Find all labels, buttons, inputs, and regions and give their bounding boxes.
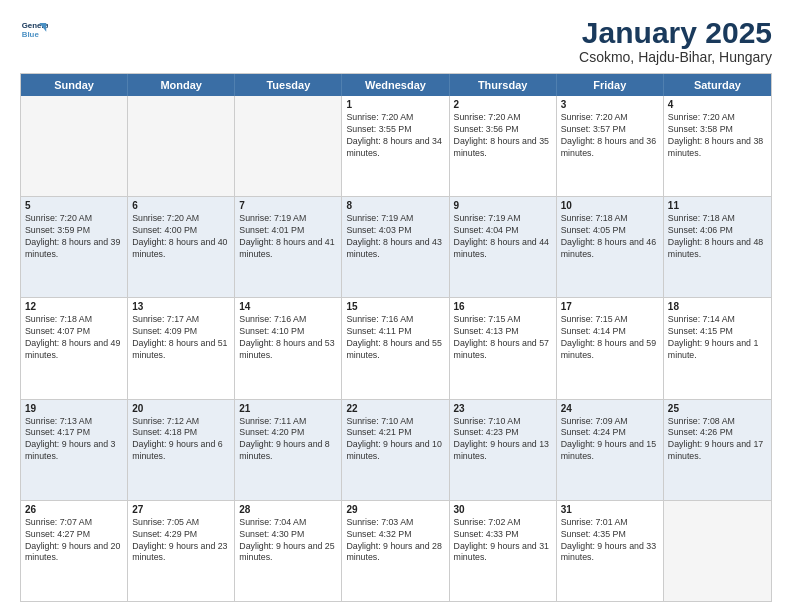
- day-cell-17: 17Sunrise: 7:15 AMSunset: 4:14 PMDayligh…: [557, 298, 664, 398]
- header: General Blue January 2025 Csokmo, Hajdu-…: [20, 16, 772, 65]
- day-cell-16: 16Sunrise: 7:15 AMSunset: 4:13 PMDayligh…: [450, 298, 557, 398]
- day-number: 27: [132, 504, 230, 515]
- day-info: Sunrise: 7:03 AMSunset: 4:32 PMDaylight:…: [346, 517, 444, 565]
- day-info: Sunrise: 7:18 AMSunset: 4:07 PMDaylight:…: [25, 314, 123, 362]
- day-cell-15: 15Sunrise: 7:16 AMSunset: 4:11 PMDayligh…: [342, 298, 449, 398]
- day-number: 5: [25, 200, 123, 211]
- day-number: 21: [239, 403, 337, 414]
- day-info: Sunrise: 7:19 AMSunset: 4:03 PMDaylight:…: [346, 213, 444, 261]
- day-info: Sunrise: 7:17 AMSunset: 4:09 PMDaylight:…: [132, 314, 230, 362]
- day-number: 14: [239, 301, 337, 312]
- week-row-2: 5Sunrise: 7:20 AMSunset: 3:59 PMDaylight…: [21, 196, 771, 297]
- month-title: January 2025: [579, 16, 772, 49]
- calendar-body: 1Sunrise: 7:20 AMSunset: 3:55 PMDaylight…: [21, 96, 771, 601]
- day-info: Sunrise: 7:20 AMSunset: 4:00 PMDaylight:…: [132, 213, 230, 261]
- week-row-3: 12Sunrise: 7:18 AMSunset: 4:07 PMDayligh…: [21, 297, 771, 398]
- day-cell-11: 11Sunrise: 7:18 AMSunset: 4:06 PMDayligh…: [664, 197, 771, 297]
- day-info: Sunrise: 7:20 AMSunset: 3:59 PMDaylight:…: [25, 213, 123, 261]
- svg-text:Blue: Blue: [22, 30, 40, 39]
- day-cell-1: 1Sunrise: 7:20 AMSunset: 3:55 PMDaylight…: [342, 96, 449, 196]
- location-title: Csokmo, Hajdu-Bihar, Hungary: [579, 49, 772, 65]
- day-cell-6: 6Sunrise: 7:20 AMSunset: 4:00 PMDaylight…: [128, 197, 235, 297]
- day-cell-25: 25Sunrise: 7:08 AMSunset: 4:26 PMDayligh…: [664, 400, 771, 500]
- day-cell-12: 12Sunrise: 7:18 AMSunset: 4:07 PMDayligh…: [21, 298, 128, 398]
- day-info: Sunrise: 7:01 AMSunset: 4:35 PMDaylight:…: [561, 517, 659, 565]
- logo-icon: General Blue: [20, 16, 48, 44]
- day-info: Sunrise: 7:04 AMSunset: 4:30 PMDaylight:…: [239, 517, 337, 565]
- day-cell-27: 27Sunrise: 7:05 AMSunset: 4:29 PMDayligh…: [128, 501, 235, 601]
- day-info: Sunrise: 7:20 AMSunset: 3:55 PMDaylight:…: [346, 112, 444, 160]
- day-number: 3: [561, 99, 659, 110]
- week-row-4: 19Sunrise: 7:13 AMSunset: 4:17 PMDayligh…: [21, 399, 771, 500]
- day-cell-21: 21Sunrise: 7:11 AMSunset: 4:20 PMDayligh…: [235, 400, 342, 500]
- day-number: 28: [239, 504, 337, 515]
- day-number: 10: [561, 200, 659, 211]
- day-cell-19: 19Sunrise: 7:13 AMSunset: 4:17 PMDayligh…: [21, 400, 128, 500]
- day-number: 11: [668, 200, 767, 211]
- day-cell-8: 8Sunrise: 7:19 AMSunset: 4:03 PMDaylight…: [342, 197, 449, 297]
- day-cell-13: 13Sunrise: 7:17 AMSunset: 4:09 PMDayligh…: [128, 298, 235, 398]
- day-number: 26: [25, 504, 123, 515]
- day-cell-31: 31Sunrise: 7:01 AMSunset: 4:35 PMDayligh…: [557, 501, 664, 601]
- day-number: 22: [346, 403, 444, 414]
- day-number: 19: [25, 403, 123, 414]
- day-number: 1: [346, 99, 444, 110]
- calendar: SundayMondayTuesdayWednesdayThursdayFrid…: [20, 73, 772, 602]
- day-info: Sunrise: 7:19 AMSunset: 4:04 PMDaylight:…: [454, 213, 552, 261]
- day-number: 7: [239, 200, 337, 211]
- day-cell-5: 5Sunrise: 7:20 AMSunset: 3:59 PMDaylight…: [21, 197, 128, 297]
- day-number: 2: [454, 99, 552, 110]
- day-cell-20: 20Sunrise: 7:12 AMSunset: 4:18 PMDayligh…: [128, 400, 235, 500]
- header-day-thursday: Thursday: [450, 74, 557, 96]
- day-cell-3: 3Sunrise: 7:20 AMSunset: 3:57 PMDaylight…: [557, 96, 664, 196]
- day-info: Sunrise: 7:12 AMSunset: 4:18 PMDaylight:…: [132, 416, 230, 464]
- day-info: Sunrise: 7:07 AMSunset: 4:27 PMDaylight:…: [25, 517, 123, 565]
- day-info: Sunrise: 7:20 AMSunset: 3:56 PMDaylight:…: [454, 112, 552, 160]
- day-number: 30: [454, 504, 552, 515]
- day-cell-9: 9Sunrise: 7:19 AMSunset: 4:04 PMDaylight…: [450, 197, 557, 297]
- day-info: Sunrise: 7:08 AMSunset: 4:26 PMDaylight:…: [668, 416, 767, 464]
- week-row-1: 1Sunrise: 7:20 AMSunset: 3:55 PMDaylight…: [21, 96, 771, 196]
- header-day-saturday: Saturday: [664, 74, 771, 96]
- day-cell-24: 24Sunrise: 7:09 AMSunset: 4:24 PMDayligh…: [557, 400, 664, 500]
- day-cell-14: 14Sunrise: 7:16 AMSunset: 4:10 PMDayligh…: [235, 298, 342, 398]
- empty-cell: [664, 501, 771, 601]
- day-cell-2: 2Sunrise: 7:20 AMSunset: 3:56 PMDaylight…: [450, 96, 557, 196]
- day-cell-28: 28Sunrise: 7:04 AMSunset: 4:30 PMDayligh…: [235, 501, 342, 601]
- day-number: 13: [132, 301, 230, 312]
- week-row-5: 26Sunrise: 7:07 AMSunset: 4:27 PMDayligh…: [21, 500, 771, 601]
- day-cell-30: 30Sunrise: 7:02 AMSunset: 4:33 PMDayligh…: [450, 501, 557, 601]
- day-number: 4: [668, 99, 767, 110]
- logo: General Blue: [20, 16, 48, 44]
- day-cell-26: 26Sunrise: 7:07 AMSunset: 4:27 PMDayligh…: [21, 501, 128, 601]
- day-number: 20: [132, 403, 230, 414]
- day-number: 31: [561, 504, 659, 515]
- day-number: 17: [561, 301, 659, 312]
- day-number: 12: [25, 301, 123, 312]
- day-info: Sunrise: 7:15 AMSunset: 4:14 PMDaylight:…: [561, 314, 659, 362]
- day-number: 29: [346, 504, 444, 515]
- day-info: Sunrise: 7:16 AMSunset: 4:10 PMDaylight:…: [239, 314, 337, 362]
- page: General Blue January 2025 Csokmo, Hajdu-…: [0, 0, 792, 612]
- day-info: Sunrise: 7:20 AMSunset: 3:58 PMDaylight:…: [668, 112, 767, 160]
- empty-cell: [235, 96, 342, 196]
- day-info: Sunrise: 7:10 AMSunset: 4:21 PMDaylight:…: [346, 416, 444, 464]
- day-number: 15: [346, 301, 444, 312]
- day-cell-23: 23Sunrise: 7:10 AMSunset: 4:23 PMDayligh…: [450, 400, 557, 500]
- day-info: Sunrise: 7:05 AMSunset: 4:29 PMDaylight:…: [132, 517, 230, 565]
- day-info: Sunrise: 7:10 AMSunset: 4:23 PMDaylight:…: [454, 416, 552, 464]
- calendar-header: SundayMondayTuesdayWednesdayThursdayFrid…: [21, 74, 771, 96]
- day-number: 24: [561, 403, 659, 414]
- day-number: 16: [454, 301, 552, 312]
- header-day-wednesday: Wednesday: [342, 74, 449, 96]
- day-info: Sunrise: 7:09 AMSunset: 4:24 PMDaylight:…: [561, 416, 659, 464]
- day-number: 9: [454, 200, 552, 211]
- day-number: 6: [132, 200, 230, 211]
- day-cell-22: 22Sunrise: 7:10 AMSunset: 4:21 PMDayligh…: [342, 400, 449, 500]
- day-number: 23: [454, 403, 552, 414]
- empty-cell: [21, 96, 128, 196]
- header-day-tuesday: Tuesday: [235, 74, 342, 96]
- day-info: Sunrise: 7:11 AMSunset: 4:20 PMDaylight:…: [239, 416, 337, 464]
- day-number: 8: [346, 200, 444, 211]
- day-cell-4: 4Sunrise: 7:20 AMSunset: 3:58 PMDaylight…: [664, 96, 771, 196]
